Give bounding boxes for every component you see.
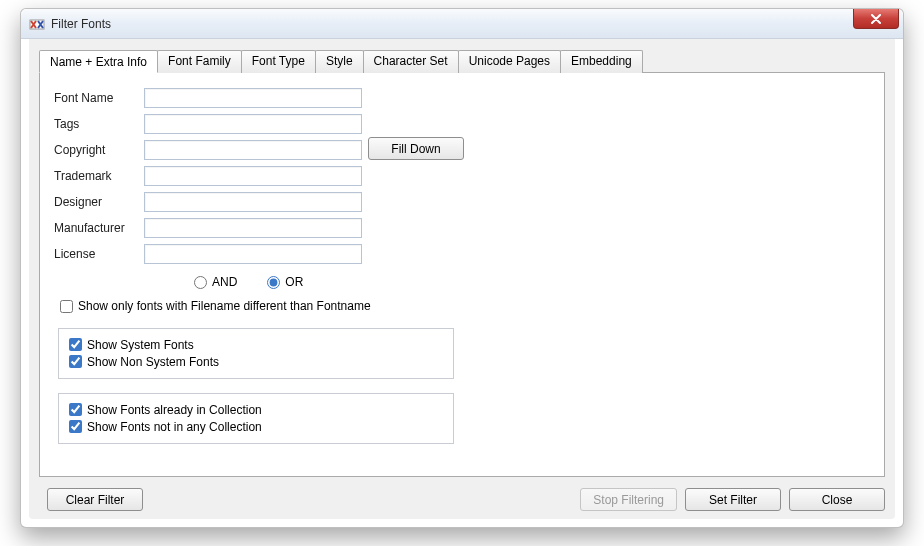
font-name-input[interactable] bbox=[144, 88, 362, 108]
tab-name-extra-info[interactable]: Name + Extra Info bbox=[39, 50, 158, 73]
close-button[interactable]: Close bbox=[789, 488, 885, 511]
in-collection-label: Show Fonts already in Collection bbox=[87, 403, 262, 417]
show-system-option[interactable]: Show System Fonts bbox=[69, 338, 443, 352]
license-label: License bbox=[54, 247, 144, 261]
clear-filter-button[interactable]: Clear Filter bbox=[47, 488, 143, 511]
collection-group: Show Fonts already in Collection Show Fo… bbox=[58, 393, 454, 444]
button-bar: Clear Filter Stop Filtering Set Filter C… bbox=[39, 488, 885, 511]
designer-input[interactable] bbox=[144, 192, 362, 212]
in-collection-checkbox[interactable] bbox=[69, 403, 82, 416]
show-non-system-label: Show Non System Fonts bbox=[87, 355, 219, 369]
in-collection-option[interactable]: Show Fonts already in Collection bbox=[69, 403, 443, 417]
trademark-input[interactable] bbox=[144, 166, 362, 186]
logic-and-label: AND bbox=[212, 275, 237, 289]
logic-radio-group: AND OR bbox=[194, 275, 870, 289]
tags-input[interactable] bbox=[144, 114, 362, 134]
titlebar[interactable]: Filter Fonts bbox=[21, 9, 903, 39]
manufacturer-input[interactable] bbox=[144, 218, 362, 238]
filename-diff-label: Show only fonts with Filename different … bbox=[78, 299, 371, 313]
designer-label: Designer bbox=[54, 195, 144, 209]
close-icon bbox=[870, 14, 882, 24]
show-system-checkbox[interactable] bbox=[69, 338, 82, 351]
window-title: Filter Fonts bbox=[51, 17, 111, 31]
show-non-system-option[interactable]: Show Non System Fonts bbox=[69, 355, 443, 369]
client-area: Name + Extra Info Font Family Font Type … bbox=[29, 39, 895, 519]
window-close-button[interactable] bbox=[853, 9, 899, 29]
tab-style[interactable]: Style bbox=[315, 50, 364, 73]
filename-diff-checkbox[interactable] bbox=[60, 300, 73, 313]
tab-panel-name-extra-info: Font Name Tags Copyright Trademark Desig… bbox=[39, 72, 885, 477]
manufacturer-label: Manufacturer bbox=[54, 221, 144, 235]
stop-filtering-button[interactable]: Stop Filtering bbox=[580, 488, 677, 511]
logic-or-option[interactable]: OR bbox=[267, 275, 303, 289]
tabstrip: Name + Extra Info Font Family Font Type … bbox=[39, 49, 885, 72]
logic-or-radio[interactable] bbox=[267, 276, 280, 289]
not-in-collection-label: Show Fonts not in any Collection bbox=[87, 420, 262, 434]
set-filter-button[interactable]: Set Filter bbox=[685, 488, 781, 511]
trademark-label: Trademark bbox=[54, 169, 144, 183]
tab-font-type[interactable]: Font Type bbox=[241, 50, 316, 73]
show-system-label: Show System Fonts bbox=[87, 338, 194, 352]
not-in-collection-option[interactable]: Show Fonts not in any Collection bbox=[69, 420, 443, 434]
copyright-input[interactable] bbox=[144, 140, 362, 160]
license-input[interactable] bbox=[144, 244, 362, 264]
tab-font-family[interactable]: Font Family bbox=[157, 50, 242, 73]
tab-embedding[interactable]: Embedding bbox=[560, 50, 643, 73]
fill-down-button[interactable]: Fill Down bbox=[368, 137, 464, 160]
tab-unicode-pages[interactable]: Unicode Pages bbox=[458, 50, 561, 73]
app-icon bbox=[29, 16, 45, 32]
system-fonts-group: Show System Fonts Show Non System Fonts bbox=[58, 328, 454, 379]
tab-character-set[interactable]: Character Set bbox=[363, 50, 459, 73]
font-name-label: Font Name bbox=[54, 91, 144, 105]
filename-diff-option[interactable]: Show only fonts with Filename different … bbox=[60, 299, 371, 313]
logic-and-option[interactable]: AND bbox=[194, 275, 237, 289]
logic-or-label: OR bbox=[285, 275, 303, 289]
copyright-label: Copyright bbox=[54, 143, 144, 157]
tags-label: Tags bbox=[54, 117, 144, 131]
not-in-collection-checkbox[interactable] bbox=[69, 420, 82, 433]
show-non-system-checkbox[interactable] bbox=[69, 355, 82, 368]
logic-and-radio[interactable] bbox=[194, 276, 207, 289]
window-frame: Filter Fonts Name + Extra Info Font Fami… bbox=[20, 8, 904, 528]
